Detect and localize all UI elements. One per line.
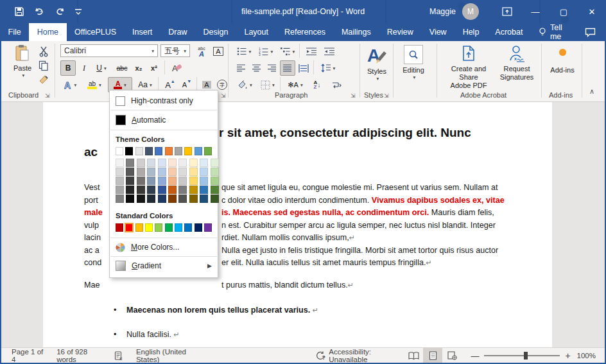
color-swatch[interactable] [135, 223, 143, 232]
font-name-combo[interactable]: Calibri▾ [60, 44, 158, 57]
font-dialog-launcher-icon[interactable]: ⇲ [221, 93, 226, 99]
accessibility-status[interactable]: ? Accessibility: Unavailable [309, 348, 404, 363]
color-variant-swatch[interactable] [178, 195, 187, 203]
print-layout-button[interactable] [423, 348, 442, 363]
distribute-button[interactable] [295, 60, 312, 76]
subscript-button[interactable]: x₂ [131, 60, 146, 76]
color-variant-swatch[interactable] [116, 159, 124, 167]
zoom-out-button[interactable]: — [471, 351, 479, 361]
comments-icon[interactable] [575, 23, 606, 41]
color-variant-swatch[interactable] [211, 177, 219, 185]
color-variant-swatch[interactable] [147, 177, 155, 185]
color-variant-swatch[interactable] [178, 186, 187, 194]
highlight-button[interactable]: ab ▾ [82, 77, 107, 92]
request-signatures-button[interactable]: x RequestSignatures [496, 45, 538, 82]
create-share-pdf-button[interactable]: Create and ShareAdobe PDF [442, 45, 496, 90]
color-swatch[interactable] [175, 223, 182, 232]
color-variant-swatch[interactable] [158, 195, 166, 203]
color-variant-swatch[interactable] [147, 195, 155, 203]
zoom-slider[interactable] [484, 355, 560, 356]
bullets-button[interactable]: ▾ [234, 44, 254, 59]
color-variant-swatch[interactable] [168, 168, 177, 176]
color-variant-swatch[interactable] [137, 168, 145, 176]
customize-quick-access-icon[interactable] [74, 7, 82, 16]
color-swatch[interactable] [145, 147, 153, 155]
decrease-indent-button[interactable] [303, 44, 320, 59]
paragraph-dialog-launcher-icon[interactable]: ⇲ [351, 93, 356, 99]
align-right-button[interactable] [264, 60, 280, 76]
zoom-in-button[interactable]: + [565, 351, 570, 361]
color-swatch[interactable] [116, 223, 123, 232]
redo-icon[interactable] [55, 6, 65, 17]
color-variant-swatch[interactable] [200, 159, 208, 167]
color-variant-swatch[interactable] [200, 177, 208, 185]
color-variant-swatch[interactable] [126, 177, 134, 185]
color-variant-swatch[interactable] [158, 159, 166, 167]
styles-button[interactable]: A Styles ▾ [363, 45, 390, 82]
font-size-combo[interactable]: 五号▾ [160, 44, 190, 57]
bold-button[interactable]: B [60, 60, 76, 76]
color-variant-swatch[interactable] [126, 168, 134, 176]
color-variant-swatch[interactable] [211, 159, 219, 167]
copy-icon[interactable] [39, 60, 49, 71]
justify-button[interactable] [280, 60, 295, 76]
strikethrough-button[interactable]: abc [113, 60, 131, 76]
sort-button[interactable]: A Z ↓ [308, 77, 326, 92]
tab-insert[interactable]: Insert [125, 23, 160, 41]
editing-button[interactable]: Editing ▾ [398, 45, 429, 80]
color-variant-swatch[interactable] [137, 186, 145, 194]
color-swatch[interactable] [165, 147, 173, 155]
shading-button[interactable]: ▾ [234, 77, 255, 92]
color-swatch[interactable] [125, 223, 133, 232]
format-painter-icon[interactable] [39, 74, 49, 85]
color-swatch[interactable] [145, 223, 153, 232]
line-spacing-button[interactable]: ▾ [317, 60, 339, 76]
tab-help[interactable]: Help [454, 23, 487, 41]
color-variant-swatch[interactable] [158, 177, 166, 185]
color-swatch[interactable] [195, 147, 202, 155]
color-variant-swatch[interactable] [147, 168, 155, 176]
color-variant-swatch[interactable] [211, 195, 219, 203]
tab-officeplus[interactable]: OfficePLUS [67, 23, 125, 41]
tab-file[interactable]: File [0, 23, 29, 41]
color-variant-swatch[interactable] [147, 186, 155, 194]
avatar[interactable]: M [462, 3, 479, 20]
color-variant-swatch[interactable] [116, 186, 124, 194]
page-indicator[interactable]: Page 1 of 4 [0, 348, 50, 363]
color-variant-swatch[interactable] [211, 186, 219, 194]
clipboard-dialog-launcher-icon[interactable]: ⇲ [45, 93, 50, 99]
color-swatch[interactable] [155, 147, 162, 155]
color-swatch[interactable] [204, 223, 212, 232]
color-swatch[interactable] [175, 147, 182, 155]
text-effects-button[interactable]: A ▾ [59, 77, 81, 92]
color-variant-swatch[interactable] [200, 186, 208, 194]
superscript-button[interactable]: x² [146, 60, 162, 76]
color-variant-swatch[interactable] [147, 159, 155, 167]
color-variant-swatch[interactable] [178, 159, 187, 167]
collapse-ribbon-icon[interactable]: ∧ [589, 87, 594, 96]
color-variant-swatch[interactable] [126, 195, 134, 203]
zoom-level[interactable]: 100% [571, 348, 606, 363]
color-variant-swatch[interactable] [168, 195, 177, 203]
language-indicator[interactable]: English (United States) [130, 348, 207, 363]
color-variant-swatch[interactable] [200, 168, 208, 176]
phonetic-guide-button[interactable]: abc A [194, 44, 209, 59]
undo-icon[interactable] [33, 6, 46, 17]
color-variant-swatch[interactable] [189, 195, 198, 203]
more-colors-item[interactable]: More Colors... [110, 239, 218, 255]
high-contrast-only-item[interactable]: High-contrast only [110, 93, 218, 108]
color-swatch[interactable] [204, 147, 212, 155]
align-left-button[interactable] [234, 60, 249, 76]
read-mode-button[interactable] [404, 348, 423, 363]
minimize-button[interactable]: — [521, 0, 550, 23]
maximize-button[interactable]: ▢ [550, 0, 578, 23]
color-variant-swatch[interactable] [116, 195, 124, 203]
color-swatch[interactable] [125, 147, 133, 155]
color-swatch[interactable] [165, 223, 173, 232]
tab-review[interactable]: Review [379, 23, 421, 41]
color-variant-swatch[interactable] [178, 177, 187, 185]
tab-acrobat[interactable]: Acrobat [487, 23, 531, 41]
color-variant-swatch[interactable] [189, 186, 198, 194]
save-icon[interactable] [14, 6, 24, 17]
color-variant-swatch[interactable] [189, 168, 198, 176]
